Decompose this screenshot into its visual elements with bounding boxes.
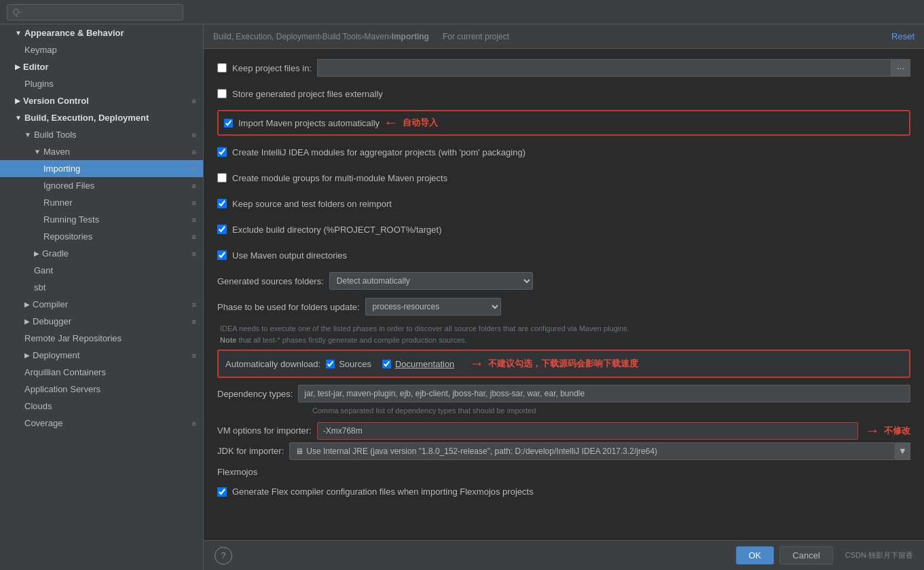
keep-source-label[interactable]: Keep source and test folders on reimport [217, 199, 392, 209]
sidebar-item-arquillian[interactable]: Arquillian Containers [0, 364, 203, 381]
create-module-groups-text: Create module groups for multi-module Ma… [232, 173, 447, 183]
create-module-groups-label[interactable]: Create module groups for multi-module Ma… [217, 173, 447, 183]
help-area: ? [215, 547, 731, 565]
sync-icon: ≡ [192, 182, 196, 190]
sidebar-item-label: sbt [34, 282, 45, 292]
help-button[interactable]: ? [215, 547, 232, 565]
jdk-dropdown-arrow[interactable]: ▼ [895, 442, 910, 460]
create-intellij-text: Create IntelliJ IDEA modules for aggrega… [232, 147, 525, 157]
generated-sources-select[interactable]: Detect automatically [329, 272, 533, 290]
sidebar-item-keymap[interactable]: Keymap [0, 41, 203, 58]
sidebar-item-version-control[interactable]: ▶ Version Control ≡ [0, 92, 203, 109]
bottom-logo: CSDN·独影月下留香 [845, 550, 913, 560]
arrow-icon: ▶ [24, 352, 30, 359]
import-maven-label[interactable]: Import Maven projects automatically [224, 118, 380, 128]
documentation-checkbox[interactable] [382, 360, 391, 368]
sidebar-item-build-execution[interactable]: ▼ Build, Execution, Deployment [0, 109, 203, 126]
create-intellij-checkbox[interactable] [217, 147, 227, 157]
sidebar-item-label: Build, Execution, Deployment [24, 113, 149, 123]
sidebar-item-app-servers[interactable]: Application Servers [0, 381, 203, 398]
sync-icon: ≡ [192, 199, 196, 207]
sidebar-item-runner[interactable]: Runner ≡ [0, 194, 203, 211]
keep-source-checkbox[interactable] [217, 199, 227, 208]
keep-project-files-checkbox[interactable] [217, 63, 227, 73]
sidebar-item-compiler[interactable]: ▶ Compiler ≡ [0, 296, 203, 313]
annotation-arrow-import: ← [384, 114, 399, 132]
keep-project-files-input[interactable] [317, 59, 891, 77]
sidebar-item-clouds[interactable]: Clouds [0, 398, 203, 415]
keep-project-files-dots-btn[interactable]: ··· [891, 59, 910, 77]
sidebar-item-appearance[interactable]: ▼ Appearance & Behavior [0, 24, 203, 41]
jdk-select-wrap: 🖥 Use Internal JRE (java version "1.8.0_… [289, 442, 910, 460]
phase-select[interactable]: process-resources [365, 298, 501, 316]
exclude-build-label[interactable]: Exclude build directory (%PROJECT_ROOT%/… [217, 225, 441, 235]
sidebar-item-build-tools[interactable]: ▼ Build Tools ≡ [0, 126, 203, 143]
use-maven-output-text: Use Maven output directories [232, 250, 347, 261]
sidebar-item-sbt[interactable]: sbt [0, 279, 203, 296]
use-maven-output-checkbox[interactable] [217, 250, 227, 260]
jdk-icon: 🖥 [295, 446, 303, 456]
import-maven-text: Import Maven projects automatically [238, 118, 380, 128]
cancel-button[interactable]: Cancel [779, 546, 832, 565]
sidebar-item-gant[interactable]: Gant [0, 262, 203, 279]
import-maven-checkbox[interactable] [224, 119, 233, 128]
sources-label[interactable]: Sources [326, 359, 371, 369]
sidebar-item-importing[interactable]: Importing ≡ [0, 160, 203, 177]
arrow-icon: ▼ [34, 148, 41, 155]
use-maven-output-row: Use Maven output directories [217, 246, 910, 265]
use-maven-output-label[interactable]: Use Maven output directories [217, 250, 347, 261]
generated-sources-dropdown-wrap: Detect automatically [329, 272, 533, 290]
sources-checkbox[interactable] [326, 360, 335, 368]
sidebar-item-gradle[interactable]: ▶ Gradle ≡ [0, 245, 203, 262]
reset-button[interactable]: Reset [891, 31, 914, 41]
sidebar-item-label: Editor [23, 62, 49, 72]
phase-label: Phase to be used for folders update: [217, 302, 360, 312]
sync-icon: ≡ [192, 250, 196, 258]
help-icon: ? [221, 550, 225, 560]
sidebar-item-coverage[interactable]: Coverage ≡ [0, 415, 203, 432]
sidebar-item-repositories[interactable]: Repositories ≡ [0, 228, 203, 245]
sidebar-item-running-tests[interactable]: Running Tests ≡ [0, 211, 203, 228]
documentation-label[interactable]: Documentation [382, 359, 454, 369]
settings-content: Keep project files in: ··· Store generat… [204, 49, 924, 540]
sidebar-item-deployment[interactable]: ▶ Deployment ≡ [0, 347, 203, 364]
search-input[interactable] [7, 4, 183, 20]
sidebar-item-remote-jar[interactable]: Remote Jar Repositories [0, 330, 203, 347]
sidebar-item-debugger[interactable]: ▶ Debugger ≡ [0, 313, 203, 330]
keep-project-files-label[interactable]: Keep project files in: [217, 63, 312, 73]
create-module-groups-checkbox[interactable] [217, 173, 227, 183]
jdk-select[interactable]: 🖥 Use Internal JRE (java version "1.8.0_… [289, 442, 895, 460]
keep-source-text: Keep source and test folders on reimport [232, 199, 392, 209]
phase-dropdown-wrap: process-resources [365, 298, 501, 316]
sidebar-item-maven[interactable]: ▼ Maven ≡ [0, 143, 203, 160]
annotation-text-vm: 不修改 [884, 425, 910, 437]
arrow-icon: ▶ [24, 301, 30, 308]
sidebar-item-label: Gradle [42, 248, 69, 259]
sidebar-item-editor[interactable]: ▶ Editor [0, 58, 203, 75]
create-intellij-label[interactable]: Create IntelliJ IDEA modules for aggrega… [217, 147, 525, 157]
jdk-label: JDK for importer: [217, 446, 284, 456]
breadcrumb-part2: Build Tools [322, 32, 362, 41]
sidebar-item-label: Importing [43, 164, 80, 174]
store-generated-label[interactable]: Store generated project files externally [217, 89, 383, 99]
ok-button[interactable]: OK [736, 546, 775, 565]
exclude-build-checkbox[interactable] [217, 225, 227, 234]
sidebar-item-label: Gant [34, 265, 53, 276]
dependency-types-input[interactable] [298, 385, 910, 402]
sync-icon: ≡ [192, 352, 196, 360]
store-generated-checkbox[interactable] [217, 89, 227, 98]
sidebar-item-plugins[interactable]: Plugins [0, 75, 203, 92]
annotation-text-import: 自动导入 [403, 117, 438, 129]
sidebar-item-label: Ignored Files [43, 180, 94, 191]
sidebar-item-label: Application Servers [24, 384, 100, 394]
annotation-text-download: 不建议勾选，下载源码会影响下载速度 [488, 358, 638, 370]
generate-flex-checkbox[interactable] [217, 487, 227, 497]
sidebar-item-label: Build Tools [34, 130, 77, 140]
vm-options-input[interactable] [317, 422, 858, 440]
dependency-hint: Comma separated list of dependency types… [217, 405, 910, 417]
breadcrumb-part1: Build, Execution, Deployment [213, 32, 320, 41]
dependency-types-row: Dependency types: [217, 385, 910, 402]
sidebar-item-ignored-files[interactable]: Ignored Files ≡ [0, 177, 203, 194]
generate-flex-label[interactable]: Generate Flex compiler configuration fil… [217, 487, 534, 497]
sync-icon: ≡ [192, 97, 196, 105]
